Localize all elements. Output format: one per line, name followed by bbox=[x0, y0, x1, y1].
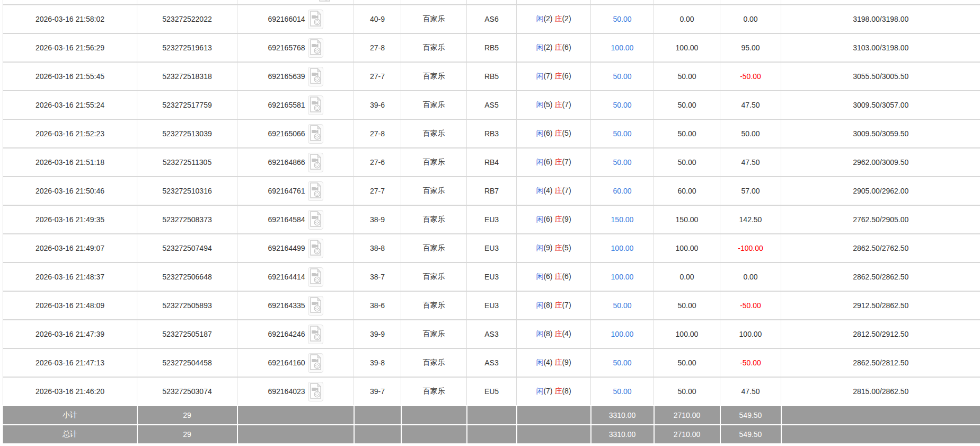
video-replay-button[interactable] bbox=[308, 353, 323, 373]
balance: 3198.00/3198.00 bbox=[781, 5, 980, 33]
valid-amount: 50.00 bbox=[654, 348, 720, 377]
bet-amount-link[interactable]: 50.00 bbox=[591, 348, 654, 377]
video-replay-button[interactable] bbox=[308, 267, 323, 287]
summary-label: 总计 bbox=[3, 425, 137, 443]
video-replay-button[interactable] bbox=[308, 325, 323, 344]
banker-score: (6) bbox=[562, 43, 571, 51]
player-label: 闲 bbox=[536, 14, 543, 23]
banker-label: 庄 bbox=[554, 14, 562, 23]
table-round: 27-6 bbox=[354, 148, 401, 177]
video-replay-button[interactable] bbox=[308, 181, 323, 201]
bet-amount-link[interactable]: 50.00 bbox=[591, 62, 654, 91]
valid-amount: 50.00 bbox=[654, 377, 720, 406]
bet-amount-link[interactable]: 60.00 bbox=[591, 177, 654, 205]
balance: 2862.50/2862.50 bbox=[781, 263, 980, 291]
win-loss: 0.00 bbox=[720, 5, 781, 33]
game-result: 闲(6) 庄(9) bbox=[517, 205, 591, 234]
table-code: EU3 bbox=[467, 291, 517, 320]
player-score: (7) bbox=[543, 387, 552, 395]
bet-amount-link[interactable]: 50.00 bbox=[591, 5, 654, 33]
video-replay-button[interactable] bbox=[308, 67, 323, 86]
video-replay-button[interactable] bbox=[308, 124, 323, 144]
game-number: 692164414 bbox=[268, 273, 305, 281]
empty-cell bbox=[137, 0, 237, 5]
game-type: 百家乐 bbox=[401, 33, 467, 62]
video-replay-button[interactable] bbox=[308, 239, 323, 258]
bet-amount-link[interactable]: 50.00 bbox=[591, 119, 654, 148]
bet-amount-link[interactable]: 50.00 bbox=[591, 91, 654, 119]
table-code: RB7 bbox=[467, 177, 517, 205]
summary-bet-total: 3310.00 bbox=[591, 425, 654, 443]
bet-amount-link[interactable]: 50.00 bbox=[591, 377, 654, 406]
player-score: (2) bbox=[543, 43, 552, 51]
valid-amount: 100.00 bbox=[654, 33, 720, 62]
order-number: 523272503074 bbox=[137, 377, 237, 406]
bet-amount-link[interactable]: 100.00 bbox=[591, 234, 654, 263]
bet-amount-link[interactable]: 150.00 bbox=[591, 205, 654, 234]
game-number-cell: 692165066 bbox=[237, 119, 354, 148]
empty-cell bbox=[237, 425, 354, 443]
video-replay-button[interactable] bbox=[308, 38, 323, 58]
order-number: 523272510316 bbox=[137, 177, 237, 205]
bet-time: 2026-03-16 21:51:18 bbox=[3, 148, 137, 177]
video-replay-button[interactable] bbox=[308, 95, 323, 115]
bet-amount-link[interactable]: 100.00 bbox=[591, 320, 654, 348]
game-number: 692165639 bbox=[268, 72, 305, 81]
table-round: 27-8 bbox=[354, 119, 401, 148]
table-code: EU5 bbox=[467, 377, 517, 406]
game-type: 百家乐 bbox=[401, 177, 467, 205]
table-row: 2026-03-16 21:55:24523272517759692165581… bbox=[3, 91, 980, 119]
video-replay-button[interactable] bbox=[308, 382, 323, 401]
banker-label: 庄 bbox=[554, 100, 562, 109]
game-number-cell: 692164023 bbox=[237, 377, 354, 406]
video-replay-button[interactable] bbox=[308, 10, 323, 29]
banker-score: (2) bbox=[562, 14, 571, 23]
player-score: (2) bbox=[543, 14, 552, 23]
valid-amount: 50.00 bbox=[654, 91, 720, 119]
video-replay-icon bbox=[310, 97, 322, 112]
game-result: 闲(6) 庄(5) bbox=[517, 119, 591, 148]
summary-valid-total: 2710.00 bbox=[654, 406, 720, 425]
bet-amount-link[interactable]: 50.00 bbox=[591, 291, 654, 320]
bet-amount-link[interactable]: 50.00 bbox=[591, 148, 654, 177]
bet-amount-link[interactable]: 100.00 bbox=[591, 263, 654, 291]
summary-count: 29 bbox=[137, 425, 237, 443]
video-replay-button[interactable] bbox=[308, 153, 323, 172]
video-replay-icon bbox=[319, 0, 331, 2]
balance: 2912.50/2862.50 bbox=[781, 291, 980, 320]
empty-cell bbox=[401, 425, 467, 443]
game-number: 692165581 bbox=[268, 101, 305, 109]
player-score: (6) bbox=[543, 129, 552, 137]
video-replay-button[interactable] bbox=[308, 210, 323, 230]
player-score: (9) bbox=[543, 243, 552, 252]
game-number: 692164160 bbox=[268, 358, 305, 367]
game-number: 692164761 bbox=[268, 187, 305, 195]
order-number: 523272506648 bbox=[137, 263, 237, 291]
bet-amount-link[interactable]: 100.00 bbox=[591, 33, 654, 62]
game-type: 百家乐 bbox=[401, 320, 467, 348]
order-number: 523272519613 bbox=[137, 33, 237, 62]
win-loss: 95.00 bbox=[720, 33, 781, 62]
game-result: 闲(7) 庄(8) bbox=[517, 377, 591, 406]
table-round: 40-9 bbox=[354, 5, 401, 33]
player-score: (8) bbox=[543, 301, 552, 309]
game-number: 692165066 bbox=[268, 129, 305, 138]
table-row: 2026-03-16 21:49:35523272508373692164584… bbox=[3, 205, 980, 234]
player-label: 闲 bbox=[536, 272, 543, 281]
balance: 3055.50/3005.50 bbox=[781, 62, 980, 91]
player-label: 闲 bbox=[536, 358, 543, 366]
valid-amount: 60.00 bbox=[654, 177, 720, 205]
bet-time: 2026-03-16 21:58:02 bbox=[3, 5, 137, 33]
valid-amount: 0.00 bbox=[654, 5, 720, 33]
table-row: 2026-03-16 21:51:18523272511305692164866… bbox=[3, 148, 980, 177]
order-number: 523272518318 bbox=[137, 62, 237, 91]
order-number: 523272504458 bbox=[137, 348, 237, 377]
game-number-cell: 692165639 bbox=[237, 62, 354, 91]
empty-cell bbox=[354, 425, 401, 443]
banker-label: 庄 bbox=[554, 329, 562, 338]
win-loss: 0.00 bbox=[720, 263, 781, 291]
video-replay-button[interactable] bbox=[308, 296, 323, 316]
game-result: 闲(8) 庄(4) bbox=[517, 320, 591, 348]
table-row: 2026-03-16 21:56:29523272519613692165768… bbox=[3, 33, 980, 62]
game-result: 闲(5) 庄(7) bbox=[517, 91, 591, 119]
